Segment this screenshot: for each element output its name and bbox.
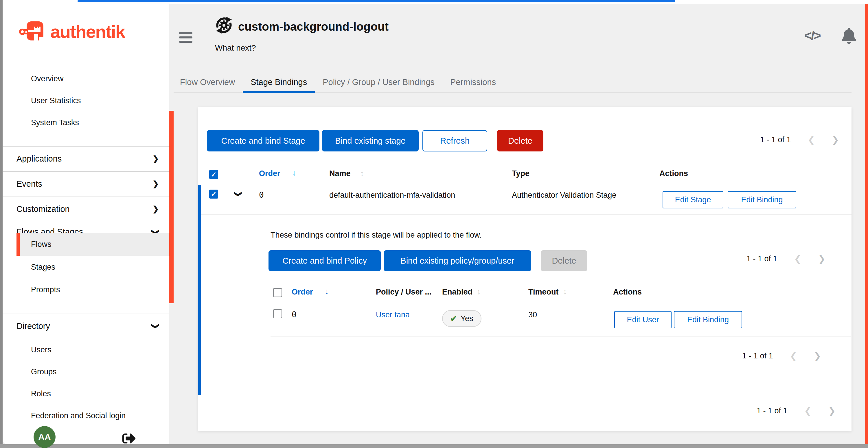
row-order-value: 0 — [259, 190, 264, 200]
brand-logo[interactable]: authentik — [19, 20, 125, 43]
select-all-checkbox[interactable] — [273, 288, 282, 297]
sort-icon[interactable]: ↕ — [477, 287, 480, 296]
logout-icon[interactable] — [122, 432, 136, 445]
sidebar-item-applications[interactable]: Applications ❯ — [17, 146, 169, 171]
create-and-bind-policy-button[interactable]: Create and bind Policy — [269, 250, 381, 271]
background-accent-right-bar — [865, 4, 868, 444]
chevron-down-icon: ❯ — [151, 323, 160, 330]
chevron-right-icon: ❯ — [153, 179, 159, 188]
pagination-label: 1 - 1 of 1 — [742, 351, 773, 360]
sidebar-item-flows[interactable]: Flows — [17, 233, 169, 256]
sort-icon[interactable]: ↕ — [563, 287, 567, 296]
sort-icon[interactable]: ↕ — [360, 169, 364, 178]
pagination-prev-icon[interactable]: ❮ — [808, 135, 815, 145]
pagination-next-icon[interactable]: ❯ — [814, 351, 821, 361]
sort-descending-icon[interactable]: ↓ — [325, 287, 329, 296]
pagination: 1 - 1 of 1 ❮ ❯ — [742, 351, 821, 361]
edit-user-button[interactable]: Edit User — [614, 311, 672, 328]
pagination-next-icon[interactable]: ❯ — [832, 135, 839, 145]
stage-bindings-card: Create and bind Stage Bind existing stag… — [198, 107, 851, 430]
pagination: 1 - 1 of 1 ❮ ❯ — [760, 135, 839, 145]
sidebar-scrollbar[interactable] — [169, 111, 174, 303]
row-type-value: Authenticator Validation Stage — [512, 191, 616, 200]
row-timeout-value: 30 — [528, 310, 537, 319]
sidebar-item-roles[interactable]: Roles — [17, 383, 169, 405]
enabled-status-badge: ✔ Yes — [442, 310, 482, 327]
column-header-enabled[interactable]: Enabled — [442, 287, 472, 297]
edit-stage-button[interactable]: Edit Stage — [662, 191, 723, 208]
select-row-checkbox[interactable]: ✓ — [209, 189, 218, 199]
check-icon: ✔ — [450, 314, 457, 323]
flow-process-icon — [214, 15, 234, 35]
column-header-order[interactable]: Order — [292, 287, 313, 297]
pagination: 1 - 1 of 1 ❮ ❯ — [746, 254, 826, 264]
avatar[interactable]: AA — [34, 426, 56, 448]
delete-button[interactable]: Delete — [497, 130, 544, 151]
row-divider — [201, 214, 851, 214]
pagination-prev-icon[interactable]: ❮ — [794, 254, 802, 264]
sidebar-item-system-tasks[interactable]: System Tasks — [17, 111, 169, 134]
pagination-next-icon[interactable]: ❯ — [818, 254, 826, 264]
sidebar-item-overview[interactable]: Overview — [17, 68, 169, 90]
window-left-edge — [0, 0, 3, 448]
pagination-prev-icon[interactable]: ❮ — [804, 406, 812, 416]
pagination-label: 1 - 1 of 1 — [760, 135, 791, 144]
tab-permissions[interactable]: Permissions — [442, 72, 504, 93]
check-icon: ✓ — [211, 190, 216, 198]
page-subtitle: What next? — [215, 43, 256, 53]
enabled-status-label: Yes — [460, 314, 473, 323]
bindings-description: These bindings control if this stage wil… — [271, 231, 482, 240]
page-title: custom-background-logout — [238, 20, 389, 33]
tab-stage-bindings[interactable]: Stage Bindings — [243, 72, 315, 93]
sidebar-item-stages[interactable]: Stages — [17, 256, 169, 278]
bind-existing-policy-button[interactable]: Bind existing policy/group/user — [384, 250, 531, 271]
select-row-checkbox[interactable] — [273, 309, 282, 318]
notifications-bell-icon[interactable] — [841, 28, 857, 44]
sidebar-item-events[interactable]: Events ❯ — [17, 171, 169, 197]
top-accent-bar — [78, 0, 675, 2]
sidebar-item-customization[interactable]: Customization ❯ — [17, 197, 169, 222]
chevron-right-icon: ❯ — [153, 154, 159, 163]
sort-descending-icon[interactable]: ↓ — [292, 169, 296, 177]
pagination-prev-icon[interactable]: ❮ — [790, 351, 797, 361]
policy-user-link[interactable]: User tana — [376, 310, 410, 319]
table-header-divider — [271, 303, 850, 303]
edit-binding-button[interactable]: Edit Binding — [728, 191, 796, 208]
edit-binding-button[interactable]: Edit Binding — [674, 311, 742, 328]
column-header-timeout[interactable]: Timeout — [528, 287, 559, 297]
delete-binding-button[interactable]: Delete — [541, 250, 587, 271]
column-header-policy[interactable]: Policy / User ... — [376, 287, 431, 297]
column-header-order[interactable]: Order — [259, 169, 280, 178]
column-header-actions: Actions — [613, 287, 642, 297]
sidebar-item-groups[interactable]: Groups — [17, 361, 169, 383]
pagination-label: 1 - 1 of 1 — [746, 254, 777, 263]
active-item-accent-bar — [17, 233, 20, 256]
sidebar-item-user-statistics[interactable]: User Statistics — [17, 90, 169, 111]
pagination-next-icon[interactable]: ❯ — [828, 406, 836, 416]
row-divider — [271, 336, 850, 337]
create-and-bind-stage-button[interactable]: Create and bind Stage — [207, 130, 319, 151]
expanded-row-accent — [198, 185, 201, 395]
menu-toggle-icon[interactable] — [179, 32, 192, 43]
brand-logo-text: authentik — [50, 22, 125, 42]
column-header-actions: Actions — [659, 169, 688, 178]
page: { "colors": { "brand_orange": "#fd4b2d",… — [0, 0, 868, 448]
sidebar-item-federation-social-login[interactable]: Federation and Social login — [17, 405, 169, 426]
collapse-row-icon[interactable]: ❯ — [234, 191, 243, 197]
tab-flow-overview[interactable]: Flow Overview — [172, 72, 243, 93]
tab-policy-group-user-bindings[interactable]: Policy / Group / User Bindings — [315, 72, 442, 93]
select-all-checkbox[interactable]: ✓ — [209, 170, 218, 179]
api-code-icon[interactable]: </> — [804, 28, 820, 43]
sidebar-item-users[interactable]: Users — [17, 339, 169, 361]
tab-bar: Flow Overview Stage Bindings Policy / Gr… — [172, 72, 504, 93]
check-icon: ✓ — [211, 171, 216, 179]
bind-existing-stage-button[interactable]: Bind existing stage — [322, 130, 418, 151]
pagination: 1 - 1 of 1 ❮ ❯ — [756, 406, 836, 416]
refresh-button[interactable]: Refresh — [423, 130, 487, 151]
column-header-name[interactable]: Name — [329, 169, 351, 178]
row-name-value: default-authentication-mfa-validation — [329, 191, 455, 200]
sidebar-item-directory[interactable]: Directory ❯ — [17, 314, 169, 339]
expanded-section-divider — [201, 395, 839, 395]
sidebar-item-prompts[interactable]: Prompts — [17, 278, 169, 301]
chevron-right-icon: ❯ — [153, 205, 159, 214]
